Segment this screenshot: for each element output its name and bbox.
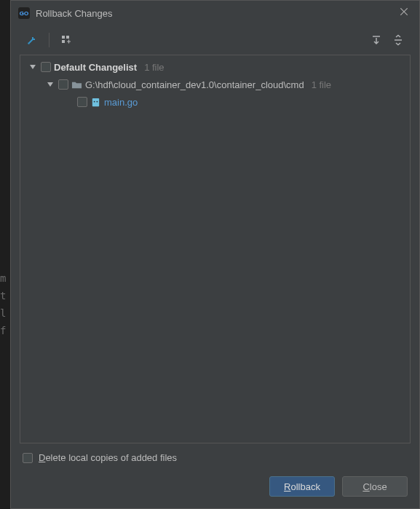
expand-toggle-icon[interactable] [45, 81, 55, 88]
svg-point-5 [94, 100, 95, 102]
rollback-dialog: GO Rollback Changes [10, 0, 420, 509]
dialog-footer: Delete local copies of added files Rollb… [11, 443, 419, 508]
button-row: Rollback Close [23, 476, 408, 497]
go-file-icon [90, 97, 101, 108]
svg-point-6 [96, 100, 98, 102]
changelist-row[interactable]: Default Changelist 1 file [20, 58, 410, 76]
close-icon[interactable] [396, 7, 412, 20]
expand-all-icon[interactable] [367, 31, 386, 50]
changelist-label: Default Changelist [54, 62, 137, 73]
toolbar-separator [49, 33, 49, 47]
diff-icon[interactable] [23, 31, 41, 50]
titlebar: GO Rollback Changes [11, 1, 419, 25]
changelist-count: 1 file [144, 62, 164, 73]
svg-rect-4 [92, 98, 99, 106]
delete-local-checkbox[interactable] [23, 453, 33, 463]
folder-checkbox[interactable] [58, 79, 68, 90]
file-row[interactable]: main.go [20, 93, 410, 111]
svg-point-0 [28, 42, 29, 44]
svg-rect-3 [62, 40, 65, 43]
folder-icon [71, 79, 82, 90]
window-title: Rollback Changes [36, 8, 390, 19]
background-editor-text: mtlf [0, 269, 6, 339]
changelist-checkbox[interactable] [41, 62, 51, 72]
svg-rect-1 [62, 36, 65, 39]
expand-toggle-icon[interactable] [28, 63, 38, 71]
delete-local-option[interactable]: Delete local copies of added files [23, 452, 408, 463]
svg-rect-2 [66, 36, 69, 39]
file-checkbox[interactable] [77, 97, 87, 107]
delete-local-label[interactable]: Delete local copies of added files [39, 452, 177, 463]
folder-count: 1 file [312, 79, 331, 90]
folder-row[interactable]: G:\hdf\cloud_container_dev1.0\container_… [20, 76, 410, 93]
app-icon: GO [18, 7, 30, 19]
group-by-icon[interactable] [57, 31, 76, 50]
toolbar [11, 25, 419, 55]
folder-path: G:\hdf\cloud_container_dev1.0\container_… [85, 79, 304, 90]
rollback-button[interactable]: Rollback [269, 476, 335, 497]
file-name: main.go [104, 97, 138, 108]
changes-tree: Default Changelist 1 file G:\hdf\cloud_c… [20, 55, 411, 443]
close-button[interactable]: Close [342, 476, 408, 497]
collapse-all-icon[interactable] [389, 31, 408, 50]
